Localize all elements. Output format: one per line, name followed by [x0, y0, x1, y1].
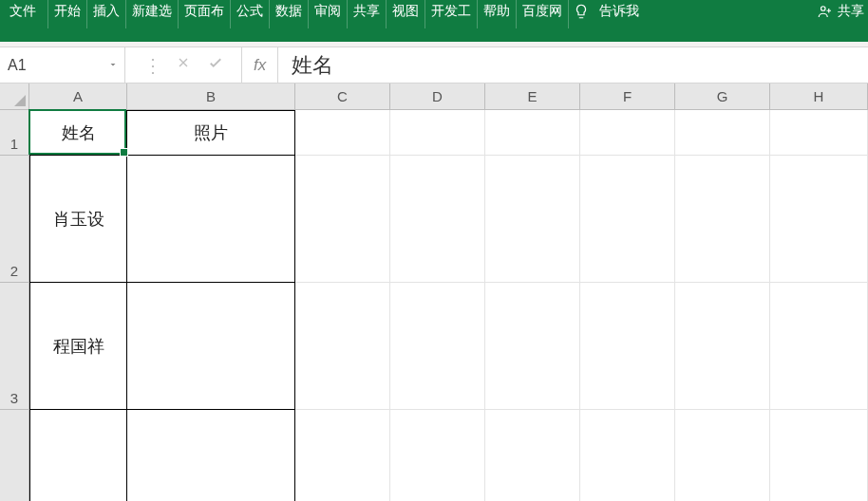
cell-E2[interactable]	[485, 156, 580, 283]
cell-A2[interactable]: 肖玉设	[29, 156, 127, 283]
ribbon-tab-data[interactable]: 数据	[270, 0, 309, 28]
cell-A4[interactable]	[29, 410, 127, 501]
cell-D3[interactable]	[390, 283, 485, 410]
row-header-4[interactable]	[0, 410, 28, 501]
enter-icon[interactable]	[199, 54, 232, 76]
ribbon-tab-review[interactable]: 审阅	[309, 0, 348, 28]
more-icon[interactable]: ⋮	[135, 54, 167, 77]
share-button[interactable]: 共享	[813, 0, 868, 28]
ribbon-tab-file[interactable]: 文件	[0, 0, 48, 28]
cell-G4[interactable]	[675, 410, 770, 501]
sheet-area: ABCDEFGH 123 姓名照片肖玉设程国祥	[0, 84, 868, 501]
col-header-E[interactable]: E	[485, 84, 580, 109]
col-header-H[interactable]: H	[770, 84, 868, 109]
ribbon-tab-new[interactable]: 新建选	[126, 0, 179, 28]
row-header-3[interactable]: 3	[0, 283, 28, 410]
cell-F1[interactable]	[580, 110, 675, 156]
select-all-corner[interactable]	[0, 84, 29, 110]
ribbon-tab-developer[interactable]: 开发工	[425, 0, 478, 28]
cell-H1[interactable]	[770, 110, 868, 156]
ribbon-tab-help[interactable]: 帮助	[478, 0, 517, 28]
share-label: 共享	[838, 3, 864, 20]
lightbulb-icon[interactable]	[569, 0, 595, 28]
col-header-G[interactable]: G	[675, 84, 770, 109]
formula-bar-icons: ⋮	[125, 47, 242, 83]
fx-label[interactable]: fx	[242, 47, 278, 83]
grid[interactable]: 姓名照片肖玉设程国祥	[29, 110, 868, 501]
formula-bar: ⋮ fx	[0, 47, 868, 84]
ribbon-tab-pagelayout[interactable]: 页面布	[179, 0, 231, 28]
tell-me[interactable]: 告诉我	[595, 0, 647, 28]
cell-E4[interactable]	[485, 410, 580, 501]
col-header-A[interactable]: A	[29, 84, 127, 109]
cell-B1[interactable]: 照片	[127, 110, 295, 156]
name-box-input[interactable]	[0, 47, 124, 83]
ribbon-tab-home[interactable]: 开始	[48, 0, 87, 28]
cell-A3[interactable]: 程国祥	[29, 283, 127, 410]
cell-G2[interactable]	[675, 156, 770, 283]
col-header-B[interactable]: B	[127, 84, 295, 109]
cancel-icon[interactable]	[167, 55, 199, 75]
chevron-down-icon[interactable]	[107, 58, 119, 73]
cell-C3[interactable]	[295, 283, 390, 410]
cell-B4[interactable]	[127, 410, 295, 501]
cell-B3[interactable]	[127, 283, 295, 410]
col-header-D[interactable]: D	[390, 84, 485, 109]
cell-H3[interactable]	[770, 283, 868, 410]
cell-G1[interactable]	[675, 110, 770, 156]
row-header-1[interactable]: 1	[0, 110, 28, 156]
cell-E3[interactable]	[485, 283, 580, 410]
cell-F3[interactable]	[580, 283, 675, 410]
row-headers: 123	[0, 110, 29, 501]
column-headers: ABCDEFGH	[29, 84, 868, 110]
cell-D4[interactable]	[390, 410, 485, 501]
cell-C4[interactable]	[295, 410, 390, 501]
col-header-C[interactable]: C	[295, 84, 390, 109]
name-box[interactable]	[0, 47, 125, 83]
col-header-F[interactable]: F	[580, 84, 675, 109]
cell-A1[interactable]: 姓名	[29, 110, 127, 156]
ribbon: 文件 开始 插入 新建选 页面布 公式 数据 审阅 共享 视图 开发工 帮助 百…	[0, 0, 868, 42]
cell-G3[interactable]	[675, 283, 770, 410]
cell-D2[interactable]	[390, 156, 485, 283]
ribbon-tab-share[interactable]: 共享	[348, 0, 387, 28]
cell-E1[interactable]	[485, 110, 580, 156]
cell-C2[interactable]	[295, 156, 390, 283]
ribbon-tab-view[interactable]: 视图	[387, 0, 425, 28]
cell-D1[interactable]	[390, 110, 485, 156]
row-header-2[interactable]: 2	[0, 156, 28, 283]
ribbon-tab-insert[interactable]: 插入	[87, 0, 126, 28]
cell-H4[interactable]	[770, 410, 868, 501]
formula-input[interactable]	[278, 47, 868, 83]
cell-C1[interactable]	[295, 110, 390, 156]
cell-F4[interactable]	[580, 410, 675, 501]
cell-H2[interactable]	[770, 156, 868, 283]
svg-point-0	[821, 7, 826, 11]
cell-F2[interactable]	[580, 156, 675, 283]
ribbon-tab-baidu[interactable]: 百度网	[517, 0, 569, 28]
ribbon-tab-formulas[interactable]: 公式	[231, 0, 270, 28]
cell-B2[interactable]	[127, 156, 295, 283]
